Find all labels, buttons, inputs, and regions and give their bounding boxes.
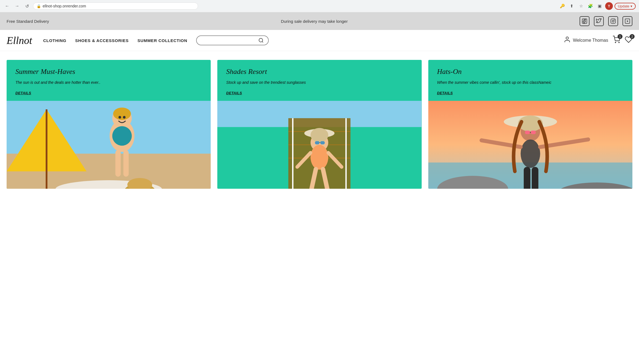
card-image-2	[428, 101, 632, 189]
card-details-link-1[interactable]: DETAILS	[226, 91, 242, 95]
share-icon[interactable]: ⬆	[568, 2, 575, 10]
profile-avatar[interactable]: T	[605, 2, 613, 10]
svg-rect-57	[524, 167, 530, 189]
user-welcome[interactable]: Welcome Thomas	[564, 36, 608, 45]
card-title-0: Summer Must-Haves	[15, 68, 202, 76]
header-actions: Welcome Thomas 1 2	[564, 36, 632, 45]
svg-point-9	[619, 42, 619, 43]
svg-rect-22	[123, 150, 128, 177]
svg-point-3	[614, 20, 615, 20]
card-details-link-0[interactable]: DETAILS	[15, 91, 31, 95]
welcome-text: Welcome Thomas	[573, 38, 608, 43]
nav-clothing[interactable]: CLOTHING	[43, 38, 66, 43]
card-desc-0: The sun is out and the deals are hotter …	[15, 80, 202, 85]
wishlist-icon[interactable]: 2	[625, 36, 632, 45]
svg-point-20	[123, 116, 126, 119]
nav-shoes-accessories[interactable]: SHOES & ACCESSORIES	[75, 38, 129, 43]
svg-point-54	[520, 140, 540, 168]
key-icon[interactable]: 🔑	[558, 2, 566, 10]
svg-rect-52	[531, 130, 536, 134]
promo-card-summer-must-haves: Summer Must-Haves The sun is out and the…	[7, 60, 211, 189]
user-icon	[564, 36, 571, 45]
card-text-hats-on: Hats-On When the summer vibes come calli…	[428, 60, 632, 101]
svg-point-35	[311, 128, 328, 142]
reload-button[interactable]: ↺	[23, 2, 31, 10]
card-details-link-2[interactable]: DETAILS	[437, 91, 453, 95]
search-button[interactable]	[258, 38, 264, 43]
sale-text: During sale delivery may take longer	[54, 19, 574, 24]
svg-point-7	[566, 37, 568, 39]
main-nav: CLOTHING SHOES & ACCESSORIES SUMMER COLL…	[43, 38, 187, 43]
update-button[interactable]: Update ▾	[615, 3, 636, 10]
svg-rect-36	[315, 141, 319, 144]
svg-marker-5	[627, 20, 628, 22]
youtube-icon[interactable]	[622, 16, 632, 26]
search-input[interactable]	[201, 38, 256, 43]
card-text-shades-resort: Shades Resort Stock up and save on the t…	[217, 60, 421, 101]
svg-point-18	[112, 126, 132, 146]
promo-card-shades-resort: Shades Resort Stock up and save on the t…	[217, 60, 421, 189]
browser-actions: 🔑 ⬆ ☆ 🧩 ▣ T Update ▾	[558, 2, 636, 10]
star-icon[interactable]: ☆	[577, 2, 585, 10]
address-bar: 🔒	[33, 2, 198, 10]
delivery-text: Free Standard Delivery	[7, 19, 49, 24]
puzzle-icon[interactable]: 🧩	[586, 2, 594, 10]
site-logo[interactable]: Ellnot	[7, 34, 32, 46]
card-title-1: Shades Resort	[226, 68, 413, 76]
card-text-summer-must-haves: Summer Must-Haves The sun is out and the…	[7, 60, 211, 101]
card-image-1	[217, 101, 421, 189]
card-title-2: Hats-On	[437, 68, 624, 76]
svg-rect-58	[532, 167, 538, 189]
cart-badge: 1	[618, 34, 622, 39]
nav-summer-collection[interactable]: SUMMER COLLECTION	[138, 38, 187, 43]
svg-point-39	[311, 145, 328, 170]
facebook-icon[interactable]	[580, 16, 589, 26]
svg-point-6	[259, 38, 262, 42]
svg-rect-37	[320, 141, 325, 144]
chevron-down-icon: ▾	[630, 4, 632, 8]
card-desc-2: When the summer vibes come callin', stoc…	[437, 80, 624, 85]
twitter-icon[interactable]	[594, 16, 604, 26]
url-input[interactable]	[43, 4, 194, 8]
svg-point-8	[615, 42, 616, 43]
wishlist-badge: 2	[630, 34, 635, 39]
svg-rect-21	[115, 150, 120, 177]
browser-chrome: ← → ↺ 🔒 🔑 ⬆ ☆ 🧩 ▣ T Update ▾	[0, 0, 639, 12]
svg-point-2	[612, 20, 614, 22]
card-desc-1: Stock up and save on the trendiest sungl…	[226, 80, 413, 85]
forward-button[interactable]: →	[13, 2, 21, 10]
svg-rect-1	[611, 19, 616, 24]
promo-card-hats-on: Hats-On When the summer vibes come calli…	[428, 60, 632, 189]
top-banner: Free Standard Delivery During sale deliv…	[0, 12, 639, 30]
lock-icon: 🔒	[37, 4, 41, 8]
site-header: Ellnot CLOTHING SHOES & ACCESSORIES SUMM…	[0, 30, 639, 51]
svg-rect-51	[525, 130, 530, 134]
svg-point-19	[119, 116, 121, 119]
main-content: Summer Must-Haves The sun is out and the…	[0, 51, 639, 198]
instagram-icon[interactable]	[608, 16, 618, 26]
card-image-0	[7, 101, 211, 189]
svg-point-17	[113, 107, 131, 120]
back-button[interactable]: ←	[3, 2, 11, 10]
social-icons	[580, 16, 632, 26]
cart-icon[interactable]: 1	[613, 36, 620, 45]
promo-cards-grid: Summer Must-Haves The sun is out and the…	[7, 60, 632, 189]
search-bar	[196, 35, 269, 45]
sidebar-icon[interactable]: ▣	[596, 2, 604, 10]
